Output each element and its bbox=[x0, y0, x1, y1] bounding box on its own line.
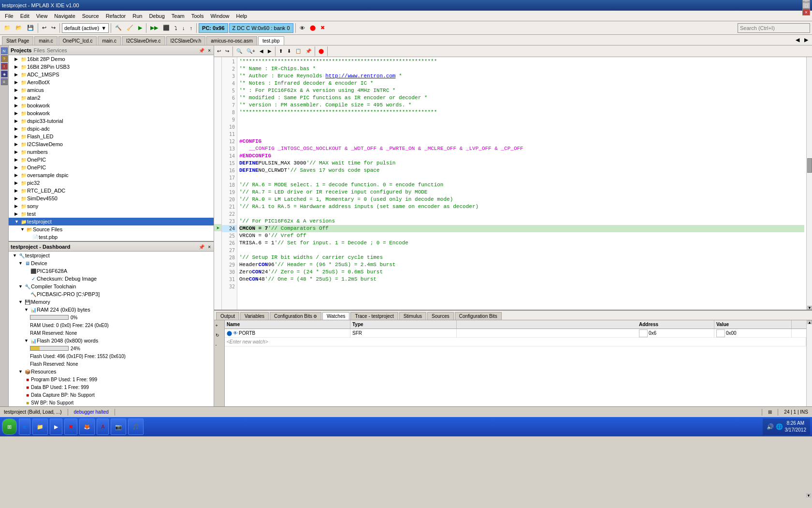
taskbar-app2[interactable]: ✖ bbox=[64, 418, 77, 435]
taskbar-app3[interactable]: A bbox=[97, 418, 109, 435]
tab-trace[interactable]: Trace - testproject bbox=[350, 312, 398, 320]
et-btn1[interactable]: ↩ bbox=[215, 46, 223, 57]
dashboard-pin-button[interactable]: 📌 bbox=[198, 244, 205, 250]
et-btn10[interactable]: 📌 bbox=[304, 46, 313, 57]
watch-button[interactable]: 👁 bbox=[298, 23, 307, 33]
tab-test-pbp[interactable]: test.pbp bbox=[258, 36, 284, 45]
tab-main-c-1[interactable]: main.c bbox=[34, 36, 57, 45]
tree-item-testproject[interactable]: ▼ 📁 testproject bbox=[9, 218, 214, 225]
et-btn6[interactable]: ▶ bbox=[266, 46, 274, 57]
et-btn4[interactable]: 🔍+ bbox=[245, 46, 257, 57]
tree-item-16bit28pdemo[interactable]: ▶ 📁 16bit 28P Demo bbox=[9, 55, 214, 63]
projects-pin-button[interactable]: 📌 bbox=[198, 48, 205, 53]
et-btn5[interactable]: ◀ bbox=[258, 46, 265, 57]
menu-source[interactable]: Source bbox=[79, 12, 102, 20]
menu-tools[interactable]: Tools bbox=[188, 12, 207, 20]
tab-main-c-2[interactable]: main.c bbox=[98, 36, 120, 45]
tree-item-onepic1[interactable]: ▶ 📁 OnePIC bbox=[9, 156, 214, 164]
tree-item-flashled[interactable]: ▶ 📁 Flash_LED bbox=[9, 133, 214, 140]
menu-window[interactable]: Window bbox=[207, 12, 232, 20]
tray-icon1[interactable]: 🔊 bbox=[767, 423, 774, 430]
dash-item-resources[interactable]: ▼ 📦 Resources bbox=[9, 368, 214, 375]
step-over-button[interactable]: ⤵ bbox=[173, 23, 179, 33]
undo-button[interactable]: ↩ bbox=[40, 23, 48, 33]
watches-row-portb[interactable]: ⬤ 👁 PORTB SFR 0x6 0x00 bbox=[225, 329, 806, 338]
tree-item-bookwork1[interactable]: ▶ 📁 bookwork bbox=[9, 102, 214, 109]
tab-scroll-right[interactable]: ▶ bbox=[802, 34, 810, 45]
tree-item-test[interactable]: ▶ 📁 test bbox=[9, 210, 214, 218]
tree-item-atan2[interactable]: ▶ 📁 atan2 bbox=[9, 94, 214, 102]
menu-edit[interactable]: Edit bbox=[17, 12, 32, 20]
tab-scroll-left[interactable]: ◀ bbox=[794, 34, 801, 45]
val-expand[interactable] bbox=[716, 329, 725, 337]
menu-file[interactable]: File bbox=[2, 12, 16, 20]
maximize-button[interactable]: □ bbox=[802, 2, 810, 9]
tree-item-simdev[interactable]: ▶ 📁 SimDev4550 bbox=[9, 194, 214, 202]
dash-item-device[interactable]: ▼ 🖥 Device bbox=[9, 259, 214, 267]
addr-expand[interactable] bbox=[639, 329, 648, 337]
tab-i2cslavedrive[interactable]: I2CSlaveDrive.c bbox=[122, 36, 165, 45]
tree-item-source-files[interactable]: ▼ 📂 Source Files bbox=[9, 225, 214, 233]
nav-icon-3[interactable]: ! bbox=[1, 63, 8, 70]
projects-tree[interactable]: ▶ 📁 16bit 28P Demo ▶ 📁 16Bit 28Pin USB3 … bbox=[9, 55, 214, 241]
debug-run-button[interactable]: ▶▶ bbox=[148, 23, 160, 33]
menu-refactor[interactable]: Refactor bbox=[103, 12, 129, 20]
scroll-down[interactable]: ▼ bbox=[807, 306, 812, 310]
nav-icon-2[interactable]: ? bbox=[1, 55, 8, 62]
tab-onepic-lcd[interactable]: OnePIC_lcd.c bbox=[58, 36, 97, 45]
tray-icon2[interactable]: 🌐 bbox=[776, 423, 783, 430]
dash-item-pbp3[interactable]: 🔨 PICBASIC-PRO [C:\PBP3] bbox=[9, 290, 214, 298]
open-button[interactable]: 📂 bbox=[14, 23, 24, 33]
tab-config-bits-1[interactable]: Configuration Bits ⚙ bbox=[270, 312, 321, 320]
et-btn2[interactable]: ↪ bbox=[223, 46, 231, 57]
watch-sync-button[interactable]: ↻ bbox=[215, 331, 224, 340]
watches-new-watch[interactable]: <Enter new watch> bbox=[225, 338, 806, 346]
redo-button[interactable]: ↪ bbox=[49, 23, 58, 33]
watches-row-new[interactable]: <Enter new watch> bbox=[225, 338, 806, 346]
et-breakpoint-btn[interactable]: ⬤ bbox=[317, 46, 326, 57]
tree-item-testpbp[interactable]: 📄 test.pbp bbox=[9, 233, 214, 241]
tree-item-adc1msps[interactable]: ▶ 📁 ADC_1MSPS bbox=[9, 71, 214, 78]
tab-sources[interactable]: Sources bbox=[427, 312, 454, 320]
active-config-dropdown[interactable]: default (active) ▼ bbox=[62, 23, 109, 33]
tab-amicus[interactable]: amicus-no-osc.asm bbox=[206, 36, 257, 45]
debug-stop-button[interactable]: ⬛ bbox=[161, 23, 172, 33]
menu-navigate[interactable]: Navigate bbox=[51, 12, 78, 20]
dash-item-memory[interactable]: ▼ 💾 Memory bbox=[9, 298, 214, 306]
tree-item-rtc[interactable]: ▶ 📁 RTC_LED_ADC bbox=[9, 187, 214, 194]
step-out-button[interactable]: ↑ bbox=[188, 23, 195, 33]
taskbar-firefox[interactable]: 🦊 bbox=[79, 418, 95, 435]
taskbar-app4[interactable]: 📷 bbox=[111, 418, 126, 435]
step-into-button[interactable]: ↓ bbox=[180, 23, 187, 33]
tree-item-16bit28pinusb3[interactable]: ▶ 📁 16Bit 28Pin USB3 bbox=[9, 63, 214, 71]
tab-watches[interactable]: Watches bbox=[322, 312, 350, 320]
tab-output[interactable]: Output bbox=[216, 312, 239, 320]
tab-start-page[interactable]: Start Page bbox=[2, 36, 33, 45]
menu-view[interactable]: View bbox=[33, 12, 51, 20]
tree-item-bookwork2[interactable]: ▶ 📁 bookwork bbox=[9, 109, 214, 117]
tree-item-aerobotx[interactable]: ▶ 📁 AeroBotX bbox=[9, 78, 214, 86]
menu-run[interactable]: Run bbox=[130, 12, 145, 20]
tree-item-dspicadc[interactable]: ▶ 📁 dspic-adc bbox=[9, 125, 214, 133]
tree-item-pic32[interactable]: ▶ 📁 pic32 bbox=[9, 179, 214, 187]
tree-item-amicus[interactable]: ▶ 📁 amicus bbox=[9, 86, 214, 94]
et-btn7[interactable]: ⬆ bbox=[277, 46, 285, 57]
dash-item-checksum[interactable]: ✓ Checksum: Debug Image bbox=[9, 275, 214, 283]
start-button[interactable]: ⊞ bbox=[2, 418, 17, 435]
breakpoint-button[interactable]: ⬤ bbox=[308, 23, 318, 33]
tree-item-sony[interactable]: ▶ 📁 sony bbox=[9, 202, 214, 210]
taskbar-app5[interactable]: 🎵 bbox=[128, 418, 144, 435]
close-button[interactable]: × bbox=[802, 9, 810, 15]
clean-button[interactable]: 🧹 bbox=[125, 23, 135, 33]
run-button[interactable]: ▶ bbox=[136, 23, 144, 33]
tab-config-bits-2[interactable]: Configuration Bits bbox=[455, 312, 502, 320]
save-button[interactable]: 💾 bbox=[25, 23, 36, 33]
code-editor[interactable]: '***************************************… bbox=[237, 57, 806, 310]
projects-close-button[interactable]: × bbox=[207, 48, 212, 53]
dash-item-flash[interactable]: ▼ 📊 Flash 2048 (0x800) words bbox=[9, 337, 214, 344]
et-btn8[interactable]: ⬇ bbox=[285, 46, 293, 57]
et-btn9[interactable]: 📋 bbox=[293, 46, 303, 57]
dash-item-compiler-toolchain[interactable]: ▼ 🔧 Compiler Toolchain bbox=[9, 283, 214, 290]
nav-icon-5[interactable]: ≡ bbox=[1, 78, 8, 85]
menu-debug[interactable]: Debug bbox=[146, 12, 167, 20]
